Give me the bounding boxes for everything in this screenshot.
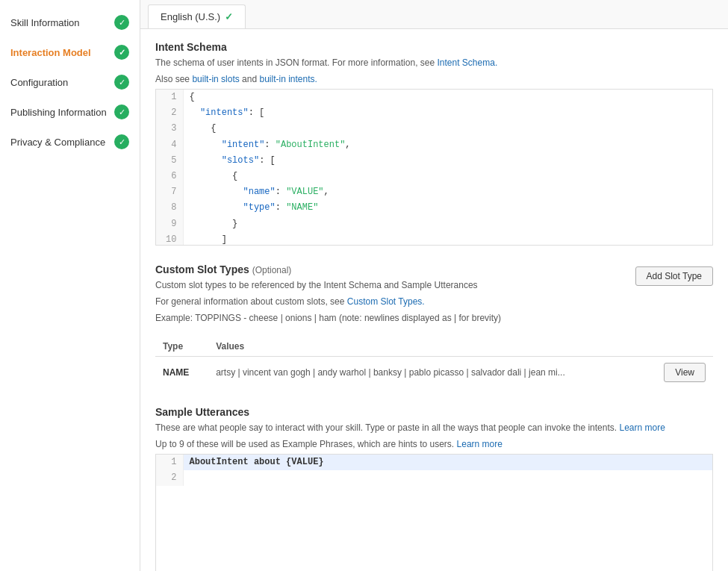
slot-types-table: Type Values NAMEartsy | vincent van gogh… xyxy=(155,337,713,388)
sidebar-item-skill-information[interactable]: Skill Information ✓ xyxy=(0,7,140,37)
sidebar-item-label: Configuration xyxy=(10,77,68,88)
view-slot-button[interactable]: View xyxy=(664,363,706,382)
tab-check-icon: ✓ xyxy=(225,11,233,22)
slot-header-row: Custom Slot Types (Optional) Custom slot… xyxy=(155,263,713,328)
slot-types-example: Example: TOPPINGS - cheese | onions | ha… xyxy=(155,311,635,325)
line-number: 2 xyxy=(156,470,183,486)
sample-utterances-desc1: These are what people say to interact wi… xyxy=(155,421,713,434)
built-in-slots-link[interactable]: built-in slots xyxy=(192,74,239,84)
custom-slot-types-link[interactable]: Custom Slot Types. xyxy=(347,296,425,307)
intent-schema-editor[interactable]: 1{2 "intents": [3 {4 "intent": "AboutInt… xyxy=(155,89,713,246)
slot-type-row: NAMEartsy | vincent van gogh | andy warh… xyxy=(155,357,713,389)
custom-slot-types-title: Custom Slot Types (Optional) xyxy=(155,263,635,275)
line-code: { xyxy=(183,121,712,137)
line-code: { xyxy=(183,90,712,105)
slot-view-btn-cell: View xyxy=(641,357,713,389)
slot-type-name: NAME xyxy=(155,357,208,389)
line-number: 8 xyxy=(156,200,183,216)
add-slot-btn-wrapper: Add Slot Type xyxy=(635,263,714,286)
slot-header-left: Custom Slot Types (Optional) Custom slot… xyxy=(155,263,635,328)
line-code: { xyxy=(183,169,712,184)
intent-schema-link[interactable]: Intent Schema. xyxy=(438,57,498,68)
sample-utterances-editor[interactable]: 1AboutIntent about {VALUE}2 xyxy=(155,454,713,571)
sidebar-item-interaction-model[interactable]: Interaction Model ✓ xyxy=(0,37,140,67)
line-number: 1 xyxy=(156,455,183,470)
tab-english-us[interactable]: English (U.S.) ✓ xyxy=(148,4,246,28)
line-number: 5 xyxy=(156,153,183,169)
line-code xyxy=(183,470,712,486)
line-code: "type": "NAME" xyxy=(183,200,712,216)
slot-col-values: Values xyxy=(208,337,640,357)
line-number: 4 xyxy=(156,137,183,153)
line-number: 6 xyxy=(156,169,183,184)
line-code: } xyxy=(183,216,712,232)
line-code: "intent": "AboutIntent", xyxy=(183,137,712,153)
intent-schema-title: Intent Schema xyxy=(155,41,713,53)
check-icon-skill-information: ✓ xyxy=(114,15,129,30)
slot-types-desc1: Custom slot types to be referenced by th… xyxy=(155,278,635,292)
custom-slot-types-section: Custom Slot Types (Optional) Custom slot… xyxy=(155,263,713,388)
slot-type-values: artsy | vincent van gogh | andy warhol |… xyxy=(208,357,640,389)
content-area: Intent Schema The schema of user intents… xyxy=(140,29,728,571)
slot-col-action xyxy=(641,337,713,357)
sidebar-item-privacy-compliance[interactable]: Privacy & Compliance ✓ xyxy=(0,127,140,157)
sidebar-item-publishing-information[interactable]: Publishing Information ✓ xyxy=(0,97,140,127)
line-number: 10 xyxy=(156,232,183,246)
sidebar-item-label: Publishing Information xyxy=(10,107,107,118)
intent-schema-desc2: Also see built-in slots and built-in int… xyxy=(155,72,713,86)
sidebar-item-label: Skill Information xyxy=(10,17,79,28)
sample-utterances-learn-more-2[interactable]: Learn more xyxy=(457,439,503,449)
sidebar-item-label: Privacy & Compliance xyxy=(10,137,105,148)
main-content: English (U.S.) ✓ Intent Schema The schem… xyxy=(140,0,728,571)
line-number: 3 xyxy=(156,121,183,137)
built-in-intents-link[interactable]: built-in intents. xyxy=(259,74,317,84)
sample-utterances-learn-more-1[interactable]: Learn more xyxy=(619,422,665,433)
line-code: ] xyxy=(183,232,712,246)
add-slot-type-button[interactable]: Add Slot Type xyxy=(635,266,714,286)
check-icon-interaction-model: ✓ xyxy=(114,45,129,60)
check-icon-publishing-information: ✓ xyxy=(114,104,129,119)
sample-table: 1AboutIntent about {VALUE}2 xyxy=(156,455,712,486)
tab-bar: English (U.S.) ✓ xyxy=(140,0,728,29)
line-number: 7 xyxy=(156,184,183,200)
sidebar-item-configuration[interactable]: Configuration ✓ xyxy=(0,67,140,97)
intent-schema-desc1: The schema of user intents in JSON forma… xyxy=(155,56,713,69)
line-number: 1 xyxy=(156,90,183,105)
check-icon-configuration: ✓ xyxy=(114,75,129,90)
sample-utterances-desc2: Up to 9 of these will be used as Example… xyxy=(155,437,713,451)
line-number: 9 xyxy=(156,216,183,232)
sidebar-item-label: Interaction Model xyxy=(10,47,91,58)
slot-col-type: Type xyxy=(155,337,208,357)
intent-schema-section: Intent Schema The schema of user intents… xyxy=(155,41,713,246)
sample-utterances-title: Sample Utterances xyxy=(155,406,713,418)
slot-types-desc2: For general information about custom slo… xyxy=(155,295,635,308)
line-code: "name": "VALUE", xyxy=(183,184,712,200)
sample-utterances-section: Sample Utterances These are what people … xyxy=(155,406,713,571)
check-icon-privacy-compliance: ✓ xyxy=(114,134,129,149)
code-table: 1{2 "intents": [3 {4 "intent": "AboutInt… xyxy=(156,90,712,246)
line-code: "slots": [ xyxy=(183,153,712,169)
line-number: 2 xyxy=(156,105,183,121)
tab-label: English (U.S.) xyxy=(161,11,220,22)
line-code: AboutIntent about {VALUE} xyxy=(183,455,712,470)
sidebar: Skill Information ✓ Interaction Model ✓ … xyxy=(0,0,140,571)
line-code: "intents": [ xyxy=(183,105,712,121)
